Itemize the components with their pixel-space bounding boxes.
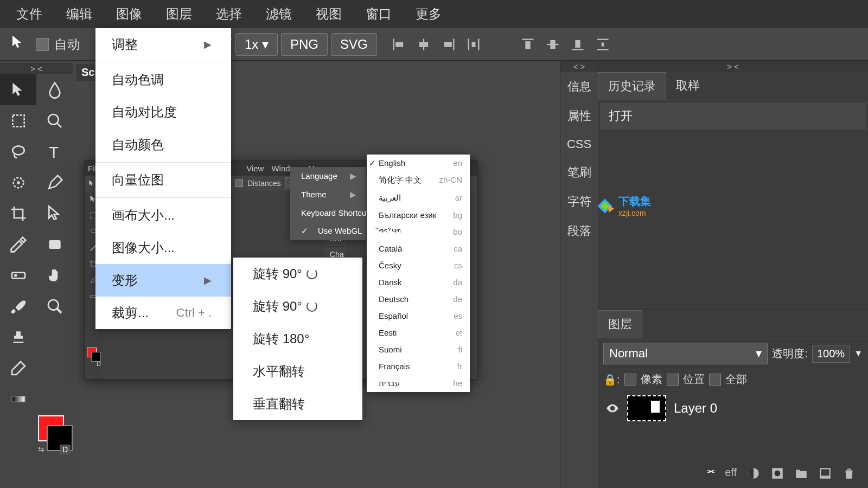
panel-paragraph[interactable]: 段落: [560, 216, 598, 246]
tool-eraser[interactable]: [0, 352, 36, 383]
align-center-h-icon[interactable]: [416, 37, 431, 52]
menu-view[interactable]: 视图: [304, 0, 354, 28]
history-item-open[interactable]: 打开: [600, 102, 866, 130]
align-middle-v-icon[interactable]: [545, 37, 560, 52]
auto-select-checkbox[interactable]: [36, 38, 49, 51]
distribute-v-icon[interactable]: [595, 37, 610, 52]
tool-rectangle[interactable]: [36, 229, 73, 260]
language-option-fi[interactable]: Suomifi: [367, 341, 470, 358]
tool-brush[interactable]: [0, 291, 36, 322]
tool-stamp[interactable]: [0, 322, 36, 352]
tool-hand[interactable]: [36, 260, 73, 291]
inner-menu-view[interactable]: View: [246, 164, 264, 173]
panel-properties[interactable]: 属性: [560, 101, 598, 131]
menu-auto-contrast[interactable]: 自动对比度: [95, 96, 231, 129]
export-svg-button[interactable]: SVG: [331, 33, 377, 56]
blend-mode-select[interactable]: Normal▾: [603, 343, 768, 364]
align-left-icon[interactable]: [391, 37, 406, 52]
flip-horizontal[interactable]: 水平翻转: [233, 355, 362, 388]
language-option-fr[interactable]: Françaisfr: [367, 358, 470, 375]
menu-layer[interactable]: 图层: [154, 0, 204, 28]
tool-crop[interactable]: [0, 198, 36, 229]
menu-auto-tone[interactable]: 自动色调: [95, 63, 231, 96]
menu-auto-color[interactable]: 自动颜色: [95, 129, 231, 161]
layer-mask-icon[interactable]: [746, 466, 761, 480]
tool-zoom[interactable]: [36, 291, 73, 322]
panel-character[interactable]: 字符: [560, 187, 598, 216]
panel-info[interactable]: 信息: [560, 72, 598, 101]
language-option-da[interactable]: Danskda: [367, 274, 470, 291]
tool-lasso[interactable]: [0, 136, 36, 167]
layers-tab[interactable]: 图层: [598, 310, 642, 338]
distribute-h-icon[interactable]: [466, 37, 481, 52]
menu-image[interactable]: 图像: [104, 0, 154, 28]
tool-blur[interactable]: [36, 74, 73, 105]
language-option-he[interactable]: עבריתhe: [367, 375, 470, 392]
align-right-icon[interactable]: [441, 37, 456, 52]
layer-row[interactable]: Layer 0: [598, 390, 868, 427]
language-option-zh-CN[interactable]: 简化字 中文zh-CN: [367, 171, 470, 189]
swap-colors-icon[interactable]: ⇆: [38, 445, 44, 453]
rotate-90-ccw[interactable]: 旋转 90°: [233, 290, 362, 323]
menu-canvas-size[interactable]: 画布大小...: [95, 199, 231, 232]
language-option-bo[interactable]: བོད་ཡིགbo: [367, 223, 470, 240]
tool-magnify-alt[interactable]: [36, 105, 73, 136]
tool-eyedropper[interactable]: [0, 229, 36, 260]
tool-marquee[interactable]: [0, 105, 36, 136]
tab-history[interactable]: 历史记录: [598, 72, 666, 100]
lock-pixels-checkbox[interactable]: [624, 374, 636, 386]
opacity-value[interactable]: 100%: [812, 345, 850, 363]
rotate-90-cw[interactable]: 旋转 90°: [233, 258, 362, 290]
lock-position-checkbox[interactable]: [667, 374, 679, 386]
menu-filter[interactable]: 滤镜: [254, 0, 304, 28]
delete-layer-icon[interactable]: [842, 466, 856, 480]
menu-file[interactable]: 文件: [4, 0, 54, 28]
inner-default-colors[interactable]: D: [97, 361, 101, 367]
menu-vector-bitmap[interactable]: 向量位图: [95, 164, 231, 196]
tool-heal[interactable]: [0, 260, 36, 291]
menu-window[interactable]: 窗口: [354, 0, 404, 28]
new-folder-icon[interactable]: [794, 466, 808, 480]
language-option-es[interactable]: Españoles: [367, 307, 470, 324]
export-png-button[interactable]: PNG: [281, 33, 328, 56]
tool-pen[interactable]: [36, 167, 73, 198]
layer-effects-button[interactable]: eff: [725, 466, 737, 480]
language-option-bg[interactable]: Български езикbg: [367, 207, 470, 223]
align-bottom-icon[interactable]: [570, 37, 585, 52]
language-option-de[interactable]: Deutschde: [367, 291, 470, 307]
lock-all-checkbox[interactable]: [709, 374, 721, 386]
link-layers-icon[interactable]: ⫘: [706, 466, 715, 480]
language-option-en[interactable]: Englishen: [367, 155, 470, 171]
menu-transform[interactable]: 变形▶: [95, 264, 231, 297]
panel-css[interactable]: CSS: [560, 131, 598, 158]
default-colors-button[interactable]: D: [60, 445, 71, 454]
tool-path-select[interactable]: [36, 198, 73, 229]
menu-adjustments[interactable]: 调整▶: [95, 28, 231, 61]
more-shortcuts[interactable]: Keyboard Shortcuts: [290, 204, 366, 222]
flip-vertical[interactable]: 垂直翻转: [233, 388, 362, 420]
menu-edit[interactable]: 编辑: [54, 0, 104, 28]
opacity-dropdown-icon[interactable]: ▼: [854, 349, 863, 358]
more-theme[interactable]: Theme▶: [290, 185, 366, 204]
menu-crop[interactable]: 裁剪...Ctrl + .: [95, 297, 231, 329]
tab-sample[interactable]: 取样: [666, 72, 710, 100]
panel-brush[interactable]: 笔刷: [560, 158, 598, 187]
tool-text[interactable]: T: [36, 136, 73, 167]
language-option-et[interactable]: Eestiet: [367, 324, 470, 341]
more-webgl[interactable]: Use WebGL: [290, 222, 366, 240]
panel-expand-handle[interactable]: < >: [560, 61, 598, 72]
align-top-icon[interactable]: [520, 37, 535, 52]
tool-move[interactable]: [0, 74, 36, 105]
adjustment-layer-icon[interactable]: [770, 466, 784, 480]
language-option-ca[interactable]: Catalàca: [367, 240, 470, 257]
menu-select[interactable]: 选择: [204, 0, 254, 28]
layer-name-label[interactable]: Layer 0: [674, 401, 717, 416]
rotate-180[interactable]: 旋转 180°: [233, 323, 362, 355]
layer-visibility-icon[interactable]: [605, 401, 620, 415]
language-option-cs[interactable]: Českycs: [367, 257, 470, 274]
inner-distances-checkbox[interactable]: [235, 179, 243, 187]
menu-more[interactable]: 更多: [404, 0, 454, 28]
export-scale-select[interactable]: 1x ▾: [235, 33, 278, 56]
tool-color-bg-slot[interactable]: [36, 352, 73, 383]
tool-quick-select[interactable]: [0, 167, 36, 198]
